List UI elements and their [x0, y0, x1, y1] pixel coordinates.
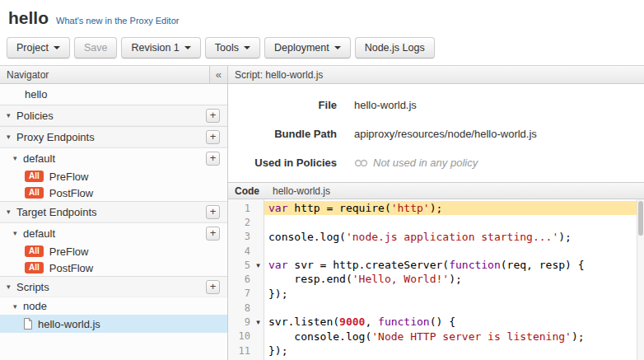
line-number: 4 — [228, 245, 253, 257]
code-line[interactable]: resp.end('Hello, World!'); — [264, 272, 644, 286]
flow-all-badge: All — [25, 187, 44, 199]
endpoint-label: default — [23, 152, 55, 165]
gutter-line: 1 — [228, 201, 264, 215]
code-line[interactable]: }); — [264, 344, 644, 358]
code-line[interactable] — [264, 301, 644, 315]
disclosure-triangle-icon: ▾ — [7, 111, 16, 119]
deployment-menu-label: Deployment — [274, 42, 329, 54]
gutter-line: 11 — [228, 344, 264, 358]
code-line[interactable] — [264, 244, 644, 258]
tree-item-target-endpoint-default[interactable]: ▾ default + — [0, 222, 227, 243]
tree-item-proxy-endpoint-default[interactable]: ▾ default + — [0, 147, 227, 168]
line-number: 10 — [228, 330, 253, 342]
page-header: hello What's new in the Proxy Editor — [0, 0, 644, 35]
file-icon — [23, 318, 33, 330]
file-field-value: hello-world.js — [354, 99, 417, 111]
disclosure-triangle-icon: ▾ — [13, 229, 23, 237]
fold-arrow-icon[interactable]: ▾ — [253, 261, 264, 269]
gutter-line: 9▾ — [228, 315, 264, 329]
add-target-endpoint-button[interactable]: + — [206, 205, 220, 219]
code-scrollbar[interactable] — [637, 199, 644, 360]
code-line[interactable]: console.log('node.js application startin… — [264, 230, 644, 244]
tree-item-proxy-postflow[interactable]: All PostFlow — [0, 185, 227, 201]
tree-section-proxy-endpoints[interactable]: ▾ Proxy Endpoints + — [0, 126, 227, 147]
info-row-file: File hello-world.js — [228, 91, 644, 119]
gutter-line: 3 — [228, 230, 264, 244]
revision-menu-button[interactable]: Revision 1 — [121, 37, 200, 58]
line-number: 6 — [228, 274, 253, 285]
tools-menu-button[interactable]: Tools — [205, 37, 260, 58]
used-in-policies-text: Not used in any policy — [373, 157, 478, 169]
add-target-flow-button[interactable]: + — [206, 227, 220, 241]
line-number: 2 — [228, 217, 253, 228]
used-in-policies-field-label: Used in Policies — [228, 157, 337, 169]
code-line[interactable]: var svr = http.createServer(function(req… — [264, 258, 644, 272]
gutter-line: 2 — [228, 215, 264, 229]
file-field-label: File — [228, 99, 337, 111]
add-proxy-flow-button[interactable]: + — [206, 152, 220, 166]
tree-folder-node[interactable]: ▾ node — [0, 297, 227, 315]
disclosure-triangle-icon: ▾ — [13, 154, 23, 162]
flow-all-badge: All — [25, 262, 44, 274]
flow-label: PreFlow — [49, 245, 89, 258]
tree-item-target-preflow[interactable]: All PreFlow — [0, 243, 227, 259]
code-lines[interactable]: var http = require('http'); console.log(… — [264, 199, 644, 360]
section-label: Policies — [16, 110, 54, 122]
bundle-path-field-value: apiproxy/resources/node/hello-world.js — [354, 128, 537, 140]
code-line[interactable]: var http = require('http'); — [264, 201, 644, 215]
code-line[interactable] — [264, 215, 644, 229]
line-number: 1 — [228, 203, 253, 214]
code-line[interactable]: }); — [264, 287, 644, 301]
code-scrollbar-thumb[interactable] — [638, 201, 643, 236]
disclosure-triangle-icon: ▾ — [7, 283, 16, 291]
section-label: Target Endpoints — [16, 206, 97, 218]
flow-label: PreFlow — [49, 171, 89, 183]
tree-item-target-postflow[interactable]: All PostFlow — [0, 259, 227, 276]
add-script-button[interactable]: + — [206, 280, 220, 294]
revision-menu-label: Revision 1 — [131, 42, 179, 54]
gutter-line: 4 — [228, 244, 264, 258]
script-info: File hello-world.js Bundle Path apiproxy… — [228, 84, 644, 182]
code-panel-label: Code — [235, 185, 259, 197]
caret-down-icon — [54, 46, 60, 49]
gutter-line: 7 — [228, 287, 264, 301]
tree-section-policies[interactable]: ▾ Policies + — [0, 105, 227, 126]
collapse-navigator-button[interactable]: « — [209, 66, 227, 83]
code-panel-filename: hello-world.js — [273, 185, 330, 197]
broken-link-icon — [354, 158, 368, 168]
add-proxy-endpoint-button[interactable]: + — [206, 130, 220, 144]
add-policy-button[interactable]: + — [206, 109, 220, 123]
code-line[interactable]: console.log('Node HTTP server is listeni… — [264, 330, 644, 344]
tree-item-hello[interactable]: hello — [0, 84, 227, 105]
folder-label: node — [23, 300, 47, 312]
section-label: Proxy Endpoints — [16, 131, 95, 143]
code-line[interactable]: svr.listen(9000, function() { — [264, 315, 644, 329]
fold-arrow-icon[interactable]: ▾ — [253, 318, 264, 326]
deployment-menu-button[interactable]: Deployment — [264, 37, 351, 58]
code-gutter: 12345▾6789▾1011 — [228, 199, 264, 360]
script-panel-header: Script: hello-world.js — [228, 66, 644, 84]
caret-down-icon — [244, 46, 250, 49]
line-number: 5 — [228, 259, 253, 271]
script-panel-title: Script: hello-world.js — [235, 69, 323, 81]
whats-new-link[interactable]: What's new in the Proxy Editor — [56, 16, 179, 26]
tree-section-scripts[interactable]: ▾ Scripts + — [0, 276, 227, 297]
tree-item-proxy-preflow[interactable]: All PreFlow — [0, 168, 227, 185]
save-button[interactable]: Save — [74, 37, 118, 58]
flow-label: PostFlow — [49, 187, 93, 199]
disclosure-triangle-icon: ▾ — [7, 208, 16, 216]
caret-down-icon — [184, 46, 191, 49]
gutter-line: 6 — [228, 272, 264, 286]
gutter-line: 5▾ — [228, 258, 264, 272]
line-number: 8 — [228, 302, 253, 314]
section-label: Scripts — [16, 281, 49, 293]
tree-section-target-endpoints[interactable]: ▾ Target Endpoints + — [0, 201, 227, 222]
nodejs-logs-button[interactable]: Node.js Logs — [355, 37, 435, 58]
tree-item-hello-world-js[interactable]: hello-world.js — [0, 315, 227, 333]
project-menu-button[interactable]: Project — [7, 37, 70, 58]
line-number: 11 — [228, 345, 253, 357]
flow-all-badge: All — [25, 171, 44, 182]
proxy-editor-app: hello What's new in the Proxy Editor Pro… — [0, 0, 644, 360]
code-editor[interactable]: 12345▾6789▾1011 var http = require('http… — [228, 199, 644, 360]
line-number: 3 — [228, 231, 253, 242]
